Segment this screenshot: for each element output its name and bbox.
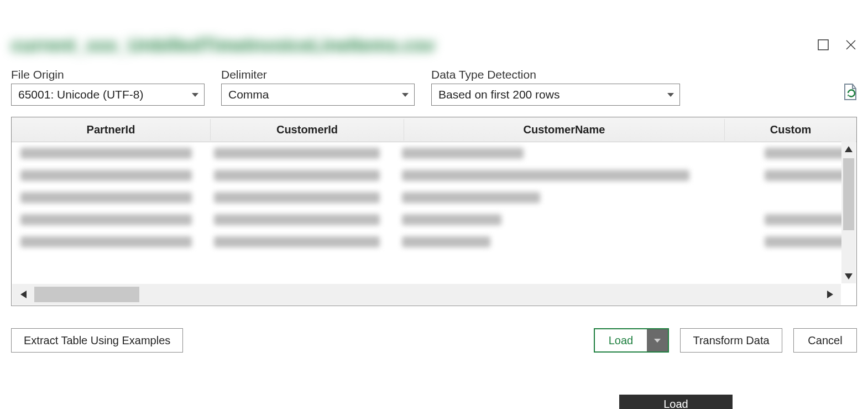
column-header-partnerid[interactable]: PartnerId xyxy=(12,119,211,141)
vertical-scrollbar[interactable] xyxy=(841,142,856,283)
file-origin-option: File Origin 65001: Unicode (UTF-8) xyxy=(11,68,205,106)
column-header-customerid[interactable]: CustomerId xyxy=(211,119,404,141)
scroll-up-button[interactable] xyxy=(841,142,856,156)
options-row: File Origin 65001: Unicode (UTF-8) Delim… xyxy=(11,68,857,106)
file-title: current_xxx_UnbilledTimeInvoiceLineItems… xyxy=(11,34,857,56)
detection-option: Data Type Detection Based on first 200 r… xyxy=(431,68,680,106)
detection-dropdown[interactable]: Based on first 200 rows xyxy=(431,84,680,106)
preview-body xyxy=(12,142,856,270)
delimiter-label: Delimiter xyxy=(221,68,415,81)
delimiter-dropdown[interactable]: Comma xyxy=(221,84,415,106)
csv-import-dialog: current_xxx_UnbilledTimeInvoiceLineItems… xyxy=(0,34,868,409)
preview-header-row: PartnerId CustomerId CustomerName Custom xyxy=(12,117,856,142)
scroll-down-button[interactable] xyxy=(841,269,856,283)
load-dropdown-toggle[interactable] xyxy=(647,329,668,351)
table-row xyxy=(12,209,856,231)
column-header-customername[interactable]: CustomerName xyxy=(404,119,725,141)
chevron-right-icon xyxy=(827,291,833,298)
load-button[interactable]: Load xyxy=(595,329,647,351)
vertical-scroll-thumb[interactable] xyxy=(843,158,854,230)
horizontal-scrollbar[interactable] xyxy=(12,284,841,305)
refresh-icon xyxy=(841,83,857,101)
data-preview: PartnerId CustomerId CustomerName Custom xyxy=(11,117,857,306)
chevron-left-icon xyxy=(20,291,27,298)
detection-label: Data Type Detection xyxy=(431,68,680,81)
table-row xyxy=(12,231,856,253)
refresh-preview-button[interactable] xyxy=(841,83,857,106)
horizontal-scroll-track[interactable] xyxy=(34,284,819,305)
scroll-left-button[interactable] xyxy=(12,284,34,305)
chevron-down-icon xyxy=(845,273,853,279)
table-row xyxy=(12,164,856,187)
horizontal-scroll-thumb[interactable] xyxy=(34,287,139,302)
file-origin-label: File Origin xyxy=(11,68,205,81)
chevron-down-icon xyxy=(402,93,409,97)
chevron-down-icon xyxy=(667,93,674,97)
column-header-custom[interactable]: Custom xyxy=(725,119,856,141)
chevron-up-icon xyxy=(845,146,853,152)
transform-data-button[interactable]: Transform Data xyxy=(680,328,782,353)
chevron-down-icon xyxy=(654,339,661,343)
table-row xyxy=(12,187,856,209)
menu-item-load[interactable]: Load xyxy=(619,395,733,409)
file-origin-dropdown[interactable]: 65001: Unicode (UTF-8) xyxy=(11,84,205,106)
extract-table-button[interactable]: Extract Table Using Examples xyxy=(11,328,183,353)
load-split-button: Load xyxy=(594,328,669,353)
delimiter-value: Comma xyxy=(228,88,269,101)
scroll-right-button[interactable] xyxy=(819,284,841,305)
table-row xyxy=(12,142,856,164)
chevron-down-icon xyxy=(192,93,198,97)
cancel-button[interactable]: Cancel xyxy=(793,328,857,353)
detection-value: Based on first 200 rows xyxy=(438,88,560,101)
load-dropdown-menu: Load Load To... xyxy=(619,395,733,409)
dialog-footer: Extract Table Using Examples Load Transf… xyxy=(11,328,857,353)
delimiter-option: Delimiter Comma xyxy=(221,68,415,106)
file-origin-value: 65001: Unicode (UTF-8) xyxy=(18,88,143,101)
